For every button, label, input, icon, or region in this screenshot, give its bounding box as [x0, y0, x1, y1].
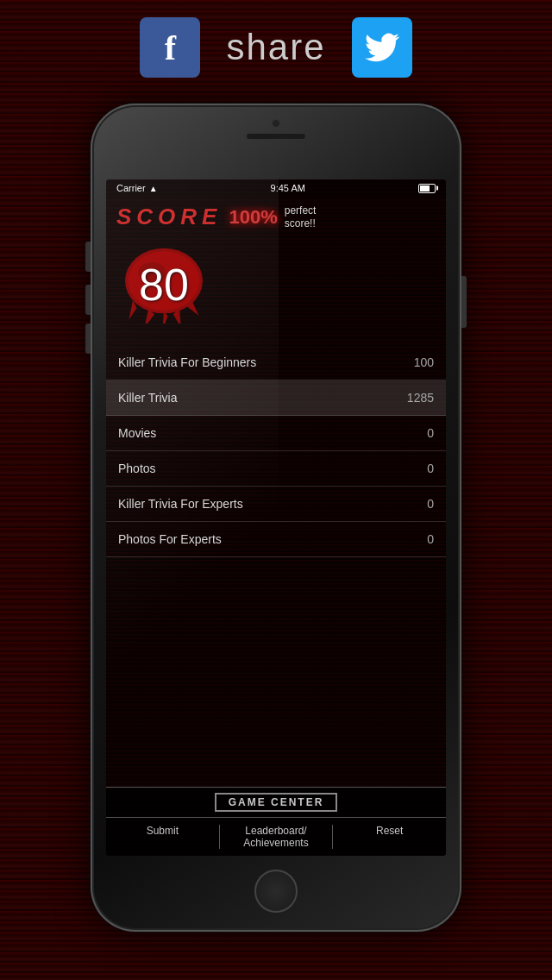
list-item[interactable]: Movies 0 [106, 416, 446, 451]
list-item-name: Killer Trivia For Beginners [118, 355, 256, 369]
list-item[interactable]: Killer Trivia 1285 [106, 380, 446, 416]
game-center-bar: GAME CENTER Submit Leaderboard/Achieveme… [106, 787, 446, 856]
battery-fill [420, 185, 430, 192]
leaderboard-label: Leaderboard/Achievements [243, 825, 308, 849]
perfect-score-text: perfect score!! [285, 204, 317, 229]
speaker [246, 133, 306, 140]
score-header: SCORE 100% perfect score!! [106, 197, 446, 237]
list-item-name: Photos [118, 462, 156, 475]
list-item[interactable]: Photos 0 [106, 451, 446, 487]
list-item-score: 100 [414, 355, 434, 369]
status-time: 9:45 AM [271, 183, 305, 193]
scores-list: Killer Trivia For Beginners 100 Killer T… [106, 345, 446, 557]
twitter-button[interactable] [352, 17, 412, 78]
phone-top-area [246, 119, 306, 140]
blood-splat: 80 [116, 246, 211, 324]
screen-content: Carrier ▲ 9:45 AM SCORE 100% perfect sco… [106, 179, 446, 856]
reset-button[interactable]: Reset [333, 825, 446, 849]
score-number: 80 [139, 259, 189, 311]
game-center-buttons: Submit Leaderboard/Achievements Reset [106, 818, 446, 856]
phone-frame: Carrier ▲ 9:45 AM SCORE 100% perfect sco… [91, 104, 461, 932]
svg-marker-3 [162, 312, 167, 324]
list-item-name: Killer Trivia For Experts [118, 497, 243, 511]
carrier-info: Carrier ▲ [116, 183, 158, 193]
camera [272, 119, 280, 128]
list-item-name: Movies [118, 426, 156, 440]
perfect-line2: score!! [285, 217, 317, 229]
facebook-button[interactable]: f [140, 17, 200, 78]
list-item[interactable]: Killer Trivia For Experts 0 [106, 487, 446, 522]
perfect-line1: perfect [285, 204, 317, 217]
share-label: share [226, 27, 325, 68]
score-display: 80 [106, 237, 446, 336]
submit-button[interactable]: Submit [106, 825, 219, 849]
battery-icon [418, 184, 436, 193]
svg-marker-1 [129, 300, 137, 320]
score-percent: 100% [229, 206, 277, 229]
game-center-title-area: GAME CENTER [106, 788, 446, 818]
score-label: SCORE [116, 204, 222, 230]
facebook-icon: f [165, 28, 176, 68]
list-item-name: Killer Trivia [118, 391, 177, 405]
list-item-score: 0 [427, 532, 434, 546]
share-bar: f share [0, 17, 552, 78]
list-item-score: 1285 [407, 391, 434, 405]
phone-screen: Carrier ▲ 9:45 AM SCORE 100% perfect sco… [106, 179, 446, 856]
twitter-icon [365, 30, 399, 65]
list-item-name: Photos For Experts [118, 532, 222, 546]
game-center-title: GAME CENTER [215, 793, 338, 812]
wifi-icon: ▲ [149, 184, 158, 193]
list-item-score: 0 [427, 426, 434, 440]
carrier-label: Carrier [116, 183, 146, 193]
home-button[interactable] [254, 870, 298, 913]
list-item-score: 0 [427, 462, 434, 475]
status-bar: Carrier ▲ 9:45 AM [106, 179, 446, 197]
list-item[interactable]: Photos For Experts 0 [106, 522, 446, 557]
leaderboard-button[interactable]: Leaderboard/Achievements [219, 825, 334, 849]
list-item-score: 0 [427, 497, 434, 511]
status-right [418, 184, 436, 193]
list-item[interactable]: Killer Trivia For Beginners 100 [106, 345, 446, 380]
